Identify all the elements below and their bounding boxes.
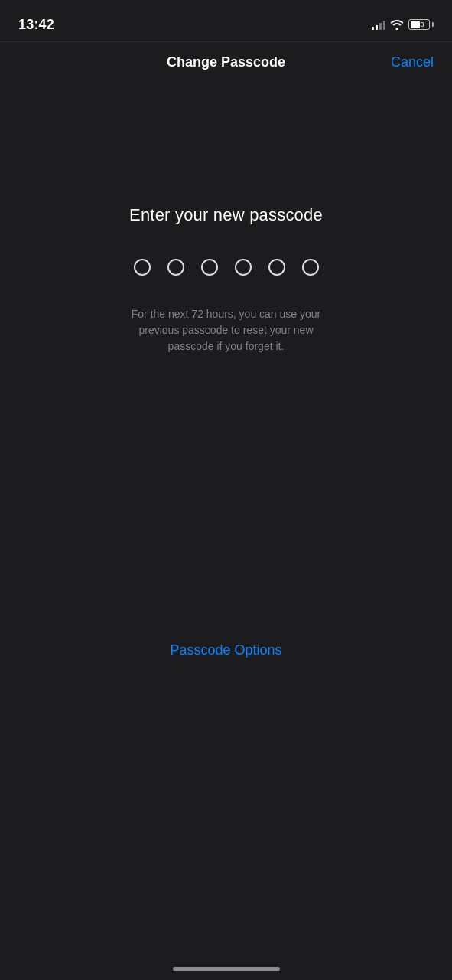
- status-icons: 53: [372, 19, 434, 30]
- battery-level: 53: [411, 21, 431, 28]
- passcode-dot-4: [235, 259, 252, 276]
- battery-icon: 53: [408, 19, 434, 30]
- passcode-dot-5: [268, 259, 285, 276]
- passcode-options-container: Passcode Options: [0, 642, 452, 658]
- passcode-dot-1: [134, 259, 151, 276]
- passcode-options-button[interactable]: Passcode Options: [170, 642, 281, 658]
- nav-title: Change Passcode: [167, 54, 285, 70]
- nav-bar: Change Passcode Cancel: [0, 42, 452, 83]
- home-indicator: [173, 967, 280, 971]
- passcode-dot-2: [167, 259, 184, 276]
- passcode-dots: [134, 259, 319, 276]
- passcode-dot-6: [302, 259, 319, 276]
- status-bar: 13:42 53: [0, 0, 452, 40]
- passcode-dot-3: [201, 259, 218, 276]
- cancel-button[interactable]: Cancel: [391, 54, 434, 70]
- helper-text: For the next 72 hours, you can use your …: [104, 306, 349, 354]
- main-content: Enter your new passcode For the next 72 …: [0, 83, 452, 354]
- signal-icon: [372, 19, 385, 30]
- wifi-icon: [390, 19, 404, 30]
- status-time: 13:42: [18, 17, 54, 33]
- passcode-prompt: Enter your new passcode: [129, 205, 323, 225]
